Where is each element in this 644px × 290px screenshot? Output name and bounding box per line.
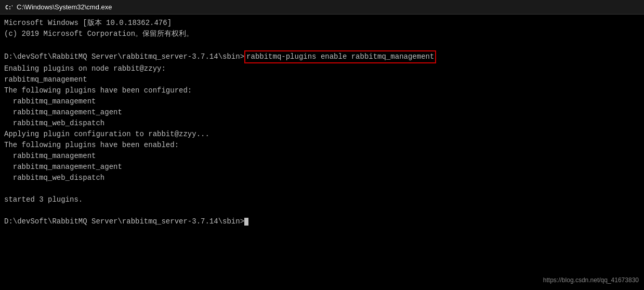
line-1: Microsoft Windows [版本 10.0.18362.476]	[4, 18, 640, 29]
cursor-blink	[244, 218, 248, 226]
line-7: The following plugins have been configur…	[4, 85, 640, 96]
window-title: C:\Windows\System32\cmd.exe	[17, 3, 112, 11]
line-13: rabbitmq_management	[4, 151, 640, 162]
line-8: rabbitmq_management	[4, 96, 640, 107]
line-11: Applying plugin configuration to rabbit@…	[4, 129, 640, 140]
cmd-window: C:\ C:\Windows\System32\cmd.exe Microsof…	[0, 0, 644, 290]
cmd-icon: C:\	[4, 3, 12, 11]
terminal-body[interactable]: Microsoft Windows [版本 10.0.18362.476] (c…	[0, 15, 644, 290]
line-final-prompt: D:\devSoft\RabbitMQ Server\rabbitmq_serv…	[4, 216, 640, 227]
line-2: (c) 2019 Microsoft Corporation。保留所有权利。	[4, 29, 640, 39]
line-10: rabbitmq_web_dispatch	[4, 118, 640, 129]
line-18	[4, 205, 640, 216]
line-3	[4, 39, 640, 50]
line-6: rabbitmq_management	[4, 74, 640, 85]
prompt-1: D:\devSoft\RabbitMQ Server\rabbitmq_serv…	[4, 51, 244, 62]
line-15: rabbitmq_web_dispatch	[4, 173, 640, 183]
prompt-2: D:\devSoft\RabbitMQ Server\rabbitmq_serv…	[4, 216, 244, 227]
line-14: rabbitmq_management_agent	[4, 162, 640, 173]
line-command: D:\devSoft\RabbitMQ Server\rabbitmq_serv…	[4, 50, 640, 63]
watermark: https://blog.csdn.net/qq_41673830	[543, 275, 639, 285]
title-bar: C:\ C:\Windows\System32\cmd.exe	[0, 0, 644, 15]
line-12: The following plugins have been enabled:	[4, 140, 640, 151]
line-9: rabbitmq_management_agent	[4, 107, 640, 118]
line-5: Enabling plugins on node rabbit@zzyy:	[4, 63, 640, 74]
svg-text:C:\: C:\	[5, 5, 12, 10]
command-text: rabbitmq-plugins enable rabbitmq_managem…	[244, 50, 436, 63]
line-17: started 3 plugins.	[4, 194, 640, 205]
line-16	[4, 183, 640, 194]
